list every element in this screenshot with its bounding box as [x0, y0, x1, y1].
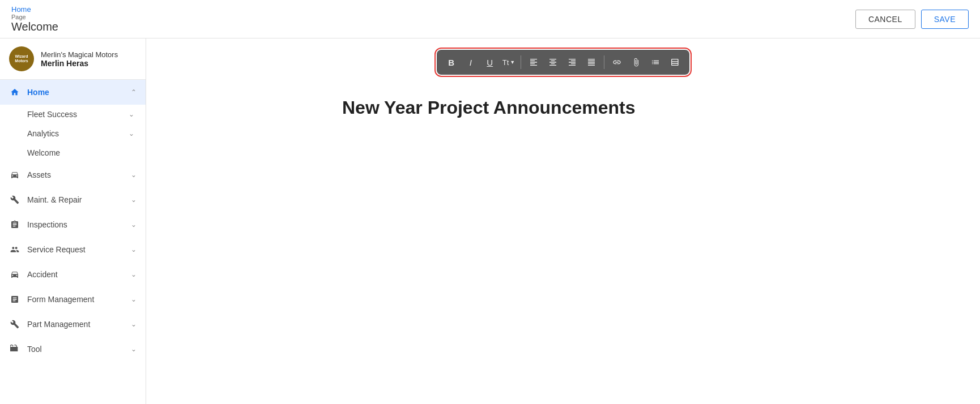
editor-heading: New Year Project Announcements — [342, 97, 784, 118]
avatar-initials: Wizard Motors — [15, 54, 28, 63]
home-icon — [9, 87, 20, 98]
breadcrumb-home-link[interactable]: Home — [11, 5, 58, 14]
sidebar-item-label-form-mgmt: Form Management — [27, 295, 94, 304]
chevron-down-icon: ⌄ — [129, 110, 134, 118]
sidebar-item-label-welcome: Welcome — [27, 148, 60, 157]
person-icon — [9, 244, 20, 255]
clipboard-icon — [9, 219, 20, 230]
sidebar-item-label-analytics: Analytics — [27, 129, 59, 138]
save-button[interactable]: SAVE — [921, 10, 969, 29]
sidebar-user-info: Merlin's Magical Motors Merlin Heras — [41, 50, 118, 68]
sidebar-item-part-management[interactable]: Part Management ⌄ — [0, 312, 146, 337]
breadcrumb-page-label: Page — [11, 14, 58, 20]
toolbar-underline-button[interactable]: U — [481, 53, 499, 71]
sidebar-item-label-fleet-success: Fleet Success — [27, 110, 77, 119]
wrench2-icon — [9, 319, 20, 330]
user-name: Merlin Heras — [41, 59, 118, 68]
chevron-down-icon-tool: ⌄ — [131, 345, 137, 353]
sidebar-item-maint-repair[interactable]: Maint. & Repair ⌄ — [0, 187, 146, 212]
chevron-down-icon-analytics: ⌄ — [129, 130, 134, 137]
avatar: Wizard Motors — [9, 46, 34, 71]
breadcrumb: Home Page Welcome — [11, 5, 58, 33]
sidebar-item-tool[interactable]: Tool ⌄ — [0, 337, 146, 362]
sidebar-item-accident[interactable]: Accident ⌄ — [0, 262, 146, 287]
toolbar-divider-2 — [604, 55, 604, 69]
chevron-down-icon-maint: ⌄ — [131, 196, 137, 204]
sidebar-item-assets[interactable]: Assets ⌄ — [0, 162, 146, 187]
toolbar-text-size-button[interactable]: Tt ▼ — [500, 53, 517, 71]
top-bar: Home Page Welcome CANCEL SAVE — [0, 0, 980, 38]
toolbar-align-left-button[interactable] — [525, 53, 543, 71]
editor-toolbar: B I U Tt ▼ — [437, 50, 689, 75]
company-name: Merlin's Magical Motors — [41, 50, 118, 59]
toolbox-icon — [9, 343, 20, 355]
toolbar-bold-button[interactable]: B — [442, 53, 461, 71]
sidebar-item-label-service-request: Service Request — [27, 245, 86, 254]
sidebar-item-label-assets: Assets — [27, 170, 51, 179]
page-title: Welcome — [11, 20, 58, 33]
sidebar-item-label-accident: Accident — [27, 270, 58, 279]
toolbar-table-button[interactable] — [666, 53, 684, 71]
toolbar-italic-button[interactable]: I — [462, 53, 480, 71]
sidebar-item-inspections[interactable]: Inspections ⌄ — [0, 212, 146, 237]
sidebar-header: Wizard Motors Merlin's Magical Motors Me… — [0, 38, 146, 80]
toolbar-divider-1 — [521, 55, 521, 69]
toolbar-align-right-button[interactable] — [563, 53, 581, 71]
sidebar-item-home[interactable]: Home ⌃ — [0, 80, 146, 105]
sidebar-item-label-home: Home — [27, 88, 49, 97]
wrench-icon — [9, 194, 20, 205]
toolbar-attachment-button[interactable] — [627, 53, 645, 71]
sidebar-item-label-tool: Tool — [27, 345, 42, 354]
toolbar-list-button[interactable] — [646, 53, 664, 71]
sidebar-item-label-part-mgmt: Part Management — [27, 320, 90, 329]
chevron-down-icon-forms: ⌄ — [131, 295, 137, 303]
sidebar-item-service-request[interactable]: Service Request ⌄ — [0, 237, 146, 262]
dropdown-arrow-icon: ▼ — [510, 59, 515, 65]
chevron-down-icon-assets: ⌄ — [131, 171, 137, 179]
top-bar-actions: CANCEL SAVE — [855, 10, 969, 29]
sidebar-item-label-maint: Maint. & Repair — [27, 195, 82, 204]
forms-icon — [9, 294, 20, 305]
toolbar-align-center-button[interactable] — [544, 53, 562, 71]
accident-car-icon — [9, 269, 20, 280]
cancel-button[interactable]: CANCEL — [855, 10, 915, 29]
sidebar: Wizard Motors Merlin's Magical Motors Me… — [0, 38, 146, 404]
sidebar-item-analytics[interactable]: Analytics ⌄ — [0, 124, 146, 143]
chevron-down-icon-parts: ⌄ — [131, 320, 137, 328]
main-layout: Wizard Motors Merlin's Magical Motors Me… — [0, 38, 980, 404]
sidebar-item-fleet-success[interactable]: Fleet Success ⌄ — [0, 105, 146, 124]
chevron-down-icon-accident: ⌄ — [131, 270, 137, 278]
sidebar-item-form-management[interactable]: Form Management ⌄ — [0, 287, 146, 312]
chevron-up-icon: ⌃ — [131, 88, 137, 96]
toolbar-link-button[interactable] — [608, 53, 626, 71]
sidebar-item-label-inspections: Inspections — [27, 220, 67, 229]
content-area: B I U Tt ▼ — [146, 38, 980, 404]
toolbar-justify-button[interactable] — [582, 53, 600, 71]
assets-icon — [9, 169, 20, 180]
chevron-down-icon-service: ⌄ — [131, 246, 137, 253]
sidebar-item-welcome[interactable]: Welcome — [0, 143, 146, 162]
chevron-down-icon-inspections: ⌄ — [131, 221, 137, 229]
editor-content-area[interactable]: New Year Project Announcements — [308, 75, 818, 152]
